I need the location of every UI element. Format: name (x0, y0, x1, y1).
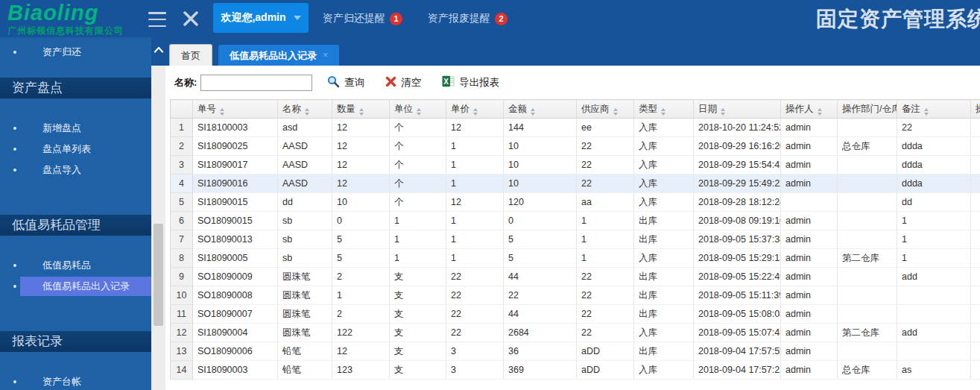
clear-button[interactable]: 清空 (385, 76, 421, 89)
column-header-label: 操作 (976, 104, 980, 114)
table-row[interactable]: 3SI18090017AASD12个11022入库2018-09-29 15:5… (171, 156, 980, 174)
tab-home[interactable]: 首页 (169, 44, 212, 66)
table-cell: 圆珠笔 (278, 324, 332, 342)
sidebar-item[interactable]: 资产台帐 (0, 371, 151, 390)
column-header-7[interactable]: 供应商 (577, 100, 634, 119)
sort-icon[interactable] (531, 108, 535, 116)
table-cell: SI18090016 (193, 174, 278, 193)
sort-icon[interactable] (305, 108, 309, 116)
column-header-6[interactable]: 金额 (504, 100, 577, 119)
column-header-label: 日期 (698, 104, 717, 114)
row-number-cell: 2 (171, 137, 193, 156)
table-row[interactable]: 8SI18090005sb51151入库2018-09-05 15:29:13a… (171, 249, 980, 268)
sidebar-section-header-2[interactable]: 低值易耗品管理 (0, 215, 151, 236)
sidebar-section-header-3[interactable]: 报表记录 (0, 331, 151, 352)
table-cell: SI18090025 (193, 137, 278, 156)
table-cell: as (897, 361, 971, 380)
row-number-cell: 5 (171, 193, 193, 212)
reminder-link-1[interactable]: 资产归还提醒1 (323, 12, 402, 25)
table-cell: 5 (332, 249, 390, 268)
biaoling-logo: Biaoling 广州标领信息科技有限公司 (7, 1, 149, 37)
logo-title: Biaoling (7, 1, 149, 24)
table-row[interactable]: 7SO18090013sb51151出库2018-09-05 15:37:38a… (171, 230, 980, 249)
column-header-8[interactable]: 类型 (634, 100, 694, 119)
table-cell: add (897, 324, 971, 342)
sort-icon[interactable] (818, 108, 822, 116)
sort-icon[interactable] (613, 108, 618, 116)
sidebar-scrollbar[interactable] (151, 37, 165, 390)
table-cell: aDD (577, 361, 634, 380)
table-row[interactable]: 11SO18090007圆珠笔2支224422出库2018-09-05 15:0… (171, 305, 980, 324)
table-row[interactable]: 5SI18090015dd10个12120aa入库2018-09-28 18:1… (171, 193, 980, 212)
table-row[interactable]: 6SO18090015sb01101出库2018-09-08 09:19:10a… (171, 212, 980, 230)
table-cell: 出库 (634, 268, 694, 286)
name-filter-input[interactable] (200, 75, 312, 91)
excel-icon: X (442, 75, 455, 89)
query-button[interactable]: 查询 (327, 75, 364, 90)
table-cell: 个 (390, 137, 446, 156)
column-header-10[interactable]: 操作人 (781, 100, 838, 119)
scrollbar-thumb[interactable] (154, 224, 163, 326)
sidebar-item[interactable]: 低值易耗品 (0, 255, 151, 276)
table-row[interactable]: 2SI18090025AASD12个11022入库2018-09-29 16:1… (171, 137, 980, 156)
sidebar-item[interactable]: 盘点导入 (0, 160, 151, 180)
sidebar-item-label: 盘点导入 (42, 160, 81, 180)
close-icon[interactable] (181, 9, 200, 28)
table-cell (838, 156, 897, 174)
scroll-up-button[interactable] (151, 37, 165, 66)
table-row[interactable]: 4SI18090016AASD12个11022入库2018-09-29 15:4… (171, 174, 980, 193)
table-cell: admin (781, 249, 838, 268)
export-button[interactable]: X导出报表 (442, 75, 499, 89)
reminder-link-2[interactable]: 资产报废提醒2 (428, 12, 508, 25)
menu-icon[interactable] (148, 11, 166, 28)
sort-icon[interactable] (721, 108, 725, 116)
table-cell (838, 212, 897, 230)
sidebar-item-selected[interactable]: 低值易耗品出入记录 (0, 276, 151, 297)
table-cell: AASD (278, 156, 332, 174)
table-cell: ddda (897, 174, 971, 193)
table-cell: 22 (577, 324, 634, 342)
sidebar-item[interactable]: 新增盘点 (0, 118, 151, 139)
sidebar-section-header-1[interactable]: 资产盘点 (0, 78, 151, 98)
column-header-label: 类型 (639, 104, 657, 114)
column-header-1[interactable]: 单号 (193, 100, 278, 119)
sidebar-item[interactable]: 盘点单列表 (0, 139, 151, 160)
welcome-user-button[interactable]: 欢迎您,admin (213, 3, 309, 33)
table-cell: 1 (446, 174, 504, 193)
table-cell: 1 (446, 137, 504, 156)
table-row[interactable]: 10SO18090008圆珠笔1支222222出库2018-09-05 15:1… (171, 286, 980, 305)
table-cell (897, 305, 971, 324)
table-row[interactable]: 13SO18090006铅笔12支336aDD出库2018-09-04 17:5… (171, 342, 980, 361)
tab-records[interactable]: 低值易耗品出入记录× (218, 45, 339, 66)
column-header-2[interactable]: 名称 (278, 100, 332, 119)
table-cell: 36 (504, 342, 577, 361)
tab-close-icon[interactable]: × (323, 48, 328, 63)
sort-icon[interactable] (661, 108, 666, 116)
table-cell: sb (278, 230, 332, 249)
sort-icon[interactable] (473, 108, 478, 116)
table-row[interactable]: 1SI18100003asd12个12144ee入库2018-10-20 11:… (171, 119, 980, 137)
column-header-12[interactable]: 备注 (897, 100, 971, 119)
sort-icon[interactable] (417, 108, 421, 116)
table-cell: SI18090017 (193, 156, 278, 174)
column-header-5[interactable]: 单价 (446, 100, 504, 119)
welcome-user-label: 欢迎您,admin (221, 11, 285, 25)
table-cell: 22 (446, 324, 504, 342)
sort-icon[interactable] (220, 108, 224, 116)
column-header-4[interactable]: 单位 (390, 100, 446, 119)
column-header-9[interactable]: 日期 (694, 100, 781, 119)
table-cell: 1 (897, 212, 971, 230)
column-header-3[interactable]: 数量 (332, 100, 390, 119)
row-number-cell: 7 (171, 230, 193, 249)
sidebar-item[interactable]: 资产归还 (0, 42, 151, 63)
sort-icon[interactable] (359, 108, 364, 116)
table-cell: 支 (390, 305, 446, 324)
table-cell: dd (278, 193, 332, 212)
sort-icon[interactable] (924, 108, 929, 116)
table-cell: 1 (577, 212, 634, 230)
svg-text:X: X (444, 78, 449, 86)
table-cell: 22 (446, 286, 504, 305)
table-row[interactable]: 12SI18090004圆珠笔122支22268422入库2018-09-05 … (171, 324, 980, 342)
table-row[interactable]: 9SO18090009圆珠笔2支224422出库2018-09-05 15:22… (171, 268, 980, 286)
table-row[interactable]: 14SI18090003铅笔123支3369aDD入库2018-09-04 17… (171, 361, 980, 380)
